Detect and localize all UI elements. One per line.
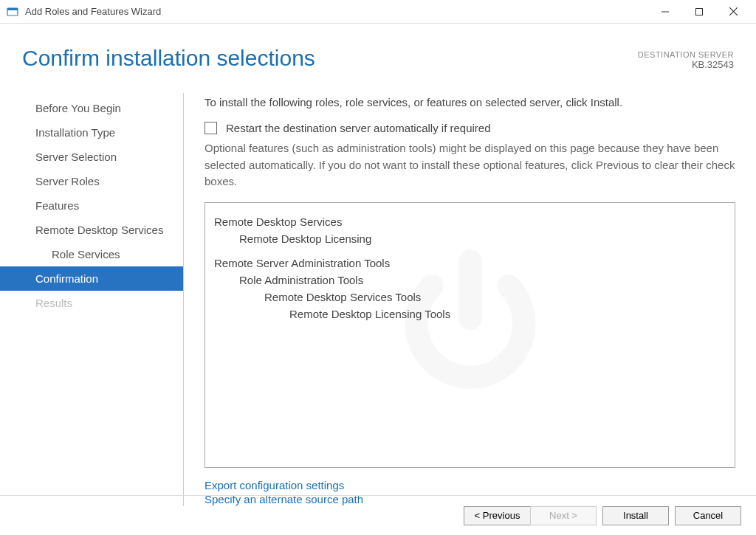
restart-checkbox[interactable] [205,122,217,134]
minimize-button[interactable] [648,0,682,24]
sidebar-step-before-you-begin[interactable]: Before You Begin [0,96,183,120]
restart-checkbox-label: Restart the destination server automatic… [226,122,491,134]
selection-item: Remote Desktop Services [214,213,726,230]
sidebar-step-features[interactable]: Features [0,193,183,218]
svg-rect-3 [696,8,703,15]
next-button: Next > [530,506,597,525]
window-controls [648,0,750,24]
destination-label: DESTINATION SERVER [638,50,734,59]
sidebar-step-confirmation[interactable]: Confirmation [0,266,183,291]
wizard-steps-sidebar: Before You BeginInstallation TypeServer … [0,93,184,506]
optional-features-note: Optional features (such as administratio… [205,140,735,190]
header: Confirm installation selections DESTINAT… [0,24,756,78]
button-bar: < Previous Next > Install Cancel [0,495,756,535]
app-icon [6,5,19,18]
selection-item: Role Administration Tools [214,272,726,289]
body: Before You BeginInstallation TypeServer … [0,78,756,506]
export-config-link[interactable]: Export configuration settings [205,478,735,492]
destination-block: DESTINATION SERVER KB.32543 [638,50,734,70]
sidebar-step-remote-desktop-services[interactable]: Remote Desktop Services [0,218,183,242]
selection-item: Remote Desktop Services Tools [214,289,726,306]
selections-list: Remote Desktop ServicesRemote Desktop Li… [205,202,735,469]
sidebar-step-server-roles[interactable]: Server Roles [0,169,183,193]
selection-item: Remote Server Administration Tools [214,255,726,272]
intro-text: To install the following roles, role ser… [205,96,735,108]
sidebar-step-installation-type[interactable]: Installation Type [0,120,183,145]
install-button[interactable]: Install [602,506,669,525]
sidebar-step-server-selection[interactable]: Server Selection [0,145,183,169]
titlebar: Add Roles and Features Wizard [0,0,756,24]
selection-item: Remote Desktop Licensing [214,230,726,247]
cancel-button[interactable]: Cancel [675,506,741,525]
page-title: Confirm installation selections [22,46,315,71]
restart-checkbox-row[interactable]: Restart the destination server automatic… [205,122,735,134]
main-panel: To install the following roles, role ser… [184,93,756,506]
window-title: Add Roles and Features Wizard [25,6,648,17]
selection-item: Remote Desktop Licensing Tools [214,306,726,322]
close-button[interactable] [716,0,750,24]
maximize-button[interactable] [682,0,716,24]
destination-value: KB.32543 [638,59,734,70]
svg-rect-1 [7,8,18,10]
sidebar-step-role-services[interactable]: Role Services [0,242,183,266]
sidebar-step-results: Results [0,291,183,315]
previous-button[interactable]: < Previous [464,506,530,525]
